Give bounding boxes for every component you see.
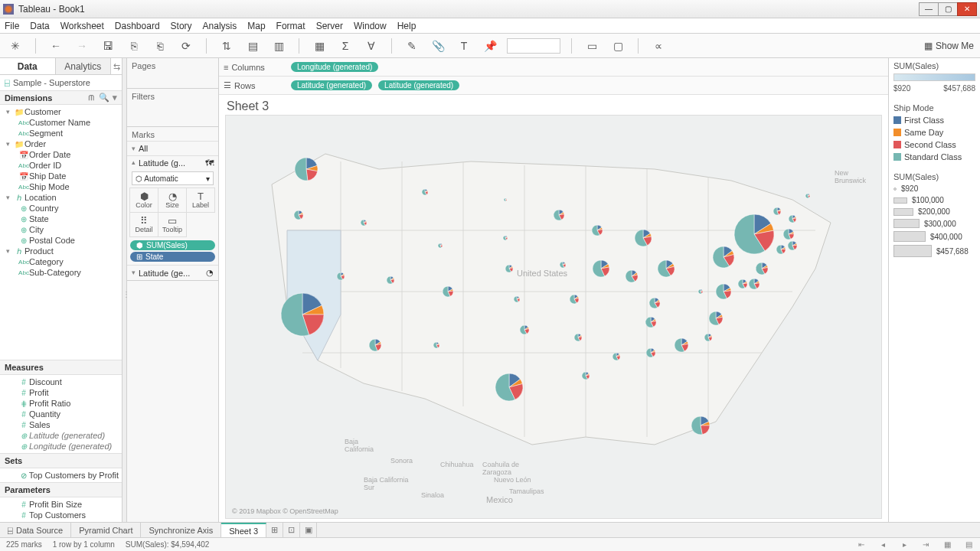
menu-data[interactable]: Data	[30, 21, 49, 31]
attach-button[interactable]: 📎	[429, 37, 447, 55]
menu-worksheet[interactable]: Worksheet	[60, 21, 104, 31]
pages-shelf[interactable]: Pages	[132, 61, 214, 70]
field-city[interactable]: ⊕City	[0, 224, 122, 235]
tab-sheet-3[interactable]: Sheet 3	[221, 523, 266, 537]
pin-button[interactable]: 📌	[481, 37, 499, 55]
back-button[interactable]: ←	[47, 37, 65, 55]
totals-button[interactable]: Σ	[336, 37, 354, 55]
legend-size-2[interactable]: $200,000	[893, 207, 975, 216]
fit-button[interactable]: ▭	[583, 37, 601, 55]
legend-size-0[interactable]: $920	[893, 184, 975, 193]
field-customer-name[interactable]: AbcCustomer Name	[0, 117, 122, 128]
map-view[interactable]: United States Mexico New Brunswick Baja …	[225, 115, 882, 519]
marks-tooltip[interactable]: ▭Tooltip	[158, 212, 187, 237]
field-postal-code[interactable]: ⊕Postal Code	[0, 235, 122, 246]
legend-cat-same[interactable]: Same Day	[893, 128, 975, 137]
field-sub-category[interactable]: AbcSub-Category	[0, 267, 122, 278]
marks-label[interactable]: TLabel	[186, 187, 215, 213]
field-ship-date[interactable]: 📅Ship Date	[0, 171, 122, 181]
swap-button[interactable]: ⇅	[217, 37, 236, 55]
pill-marks-sum-sales[interactable]: ⬢SUM(Sales)	[130, 240, 215, 250]
minimize-button[interactable]: —	[919, 2, 939, 16]
menu-story[interactable]: Story	[171, 21, 192, 31]
field-profit[interactable]: #Profit	[0, 387, 122, 398]
forward-button[interactable]: →	[73, 37, 91, 55]
save-button[interactable]: 🖫	[99, 37, 117, 55]
marks-all[interactable]: ▾All	[127, 141, 218, 155]
new-datasource-button[interactable]: ⎘	[125, 37, 143, 55]
data-source-item[interactable]: ⌸ Sample - Superstore	[0, 75, 122, 91]
group-button[interactable]: ▦	[310, 37, 328, 55]
menu-map[interactable]: Map	[247, 21, 265, 31]
pill-row-latitude-1[interactable]: Latitude (generated)	[291, 80, 372, 90]
folder-product[interactable]: ▾ℎProduct	[0, 246, 122, 256]
param-top-customers[interactable]: #Top Customers	[0, 510, 122, 520]
mark-type-dropdown[interactable]: ⬡ Automatic▾	[132, 171, 214, 185]
tableau-icon[interactable]: ✳	[6, 37, 24, 55]
new-dashboard-button[interactable]: ⊡	[283, 523, 300, 537]
marks-detail[interactable]: ⠿Detail	[129, 212, 158, 237]
presentation-button[interactable]: ▢	[609, 37, 627, 55]
rows-shelf[interactable]: ☰Rows Latitude (generated) Latitude (gen…	[219, 77, 888, 95]
legend-cat-standard[interactable]: Standard Class	[893, 152, 975, 161]
pill-marks-state[interactable]: ⊞State	[130, 252, 215, 262]
close-button[interactable]: ✕	[957, 2, 977, 16]
menu-dashboard[interactable]: Dashboard	[115, 21, 160, 31]
text-button[interactable]: T	[455, 37, 473, 55]
folder-location[interactable]: ▾ℎLocation	[0, 192, 122, 203]
menu-analysis[interactable]: Analysis	[203, 21, 237, 31]
legend-size-3[interactable]: $300,000	[893, 219, 975, 228]
field-state[interactable]: ⊕State	[0, 214, 122, 224]
legend-size-4[interactable]: $400,000	[893, 231, 975, 242]
field-order-date[interactable]: 📅Order Date	[0, 149, 122, 160]
filters-shelf[interactable]: Filters	[132, 92, 214, 101]
legend-color-bar[interactable]	[893, 73, 975, 81]
panel-resize-handle[interactable]	[122, 58, 127, 522]
menu-file[interactable]: File	[5, 21, 19, 31]
field-lon-gen[interactable]: ⊕Longitude (generated)	[0, 441, 122, 452]
tab-data[interactable]: Data	[0, 58, 56, 74]
view-film-icon[interactable]: ▤	[963, 540, 974, 549]
abc-button[interactable]: Ɐ	[362, 37, 381, 55]
field-discount[interactable]: #Discount	[0, 377, 122, 387]
highlight-button[interactable]: ✎	[403, 37, 421, 55]
legend-size-1[interactable]: $100,000	[893, 196, 975, 204]
field-country[interactable]: ⊕Country	[0, 203, 122, 214]
menu-server[interactable]: Server	[316, 21, 343, 31]
field-sales[interactable]: #Sales	[0, 419, 122, 430]
nav-prev[interactable]: ◂	[877, 540, 888, 549]
sort-asc-button[interactable]: ▤	[243, 37, 262, 55]
nav-next[interactable]: ▸	[899, 540, 910, 549]
legend-cat-first[interactable]: First Class	[893, 116, 975, 125]
nav-first[interactable]: ⇤	[856, 540, 867, 549]
view-grid-icon[interactable]: ▦	[942, 540, 952, 549]
param-profit-bin-size[interactable]: #Profit Bin Size	[0, 499, 122, 510]
refresh-button[interactable]: ⟳	[177, 37, 195, 55]
new-story-button[interactable]: ▣	[300, 523, 317, 537]
legend-size-5[interactable]: $457,688	[893, 245, 975, 257]
folder-order[interactable]: ▾📁Order	[0, 139, 122, 149]
pill-row-latitude-2[interactable]: Latitude (generated)	[378, 80, 459, 90]
field-segment[interactable]: AbcSegment	[0, 128, 122, 139]
menu-window[interactable]: Window	[354, 21, 387, 31]
sort-desc-button[interactable]: ▥	[270, 37, 288, 55]
share-button[interactable]: ∝	[649, 37, 668, 55]
maximize-button[interactable]: ▢	[938, 2, 958, 16]
marks-lat-1[interactable]: ▴Latitude (g...🗺	[127, 155, 218, 170]
pill-col-longitude[interactable]: Longitude (generated)	[291, 62, 378, 72]
new-worksheet-button[interactable]: ⎗	[151, 37, 169, 55]
tab-analytics[interactable]: Analytics	[56, 58, 112, 74]
field-profit-ratio[interactable]: ⋕Profit Ratio	[0, 398, 122, 409]
nav-last[interactable]: ⇥	[920, 540, 931, 549]
marks-size[interactable]: ◔Size	[158, 187, 187, 213]
columns-shelf[interactable]: ≡Columns Longitude (generated)	[219, 58, 888, 77]
dim-filter-icon[interactable]: ⫙	[87, 93, 96, 103]
tab-synchronize-axis[interactable]: Synchronize Axis	[141, 523, 221, 537]
new-sheet-button[interactable]: ⊞	[266, 523, 283, 537]
tab-pyramid-chart[interactable]: Pyramid Chart	[71, 523, 141, 537]
marks-lat-2[interactable]: ▾Latitude (ge...◔	[127, 265, 218, 280]
field-ship-mode[interactable]: AbcShip Mode	[0, 181, 122, 192]
dim-menu-icon[interactable]: ▾	[113, 93, 117, 103]
side-toggle[interactable]: ⇆	[111, 58, 122, 74]
menu-help[interactable]: Help	[397, 21, 416, 31]
